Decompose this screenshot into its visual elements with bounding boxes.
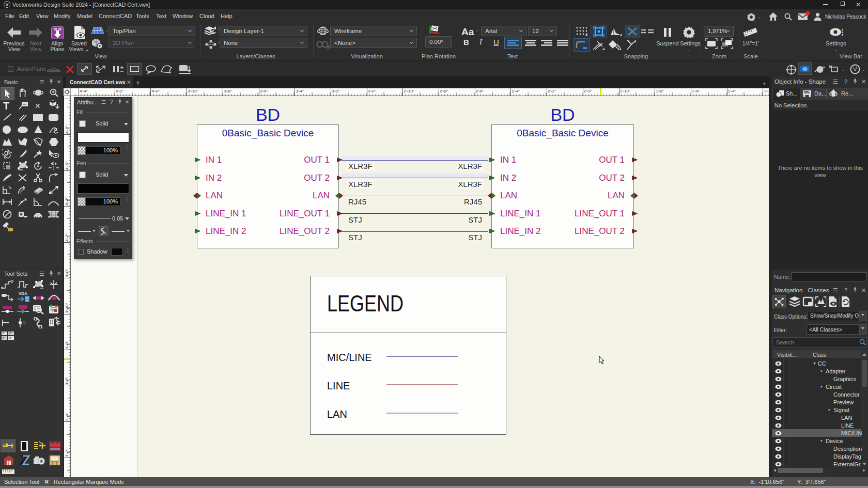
- svg-text:V: V: [853, 66, 857, 72]
